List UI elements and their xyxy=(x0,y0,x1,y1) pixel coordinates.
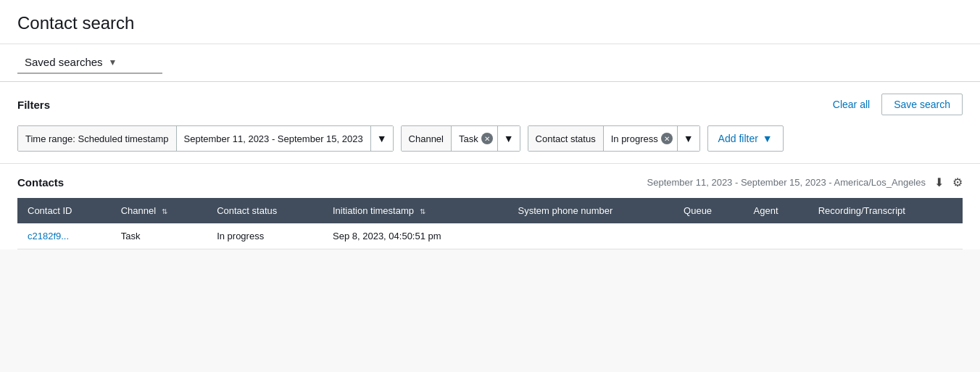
channel-filter[interactable]: Channel Task ✕ ▼ xyxy=(401,125,520,152)
table-header-row: Contact ID Channel ⇅ Contact status Init… xyxy=(17,198,963,223)
save-search-button[interactable]: Save search xyxy=(881,94,963,115)
channel-label: Channel xyxy=(402,126,452,151)
cell-contact-id[interactable]: c2182f9... xyxy=(17,223,111,249)
settings-icon[interactable]: ⚙ xyxy=(952,175,963,189)
cell-initiation-timestamp: Sep 8, 2023, 04:50:51 pm xyxy=(323,223,508,249)
contact-status-tag: In progress ✕ xyxy=(611,133,673,144)
cell-agent xyxy=(744,223,808,249)
add-filter-chevron-icon: ▼ xyxy=(763,133,773,144)
contact-status-label: Contact status xyxy=(528,126,604,151)
contact-status-chevron-icon[interactable]: ▼ xyxy=(677,126,699,151)
contacts-date-range: September 11, 2023 - September 15, 2023 … xyxy=(647,177,926,188)
time-range-chevron-icon[interactable]: ▼ xyxy=(370,126,393,151)
channel-sort-icon: ⇅ xyxy=(162,207,167,215)
col-header-channel[interactable]: Channel ⇅ xyxy=(111,198,207,223)
contacts-table: Contact ID Channel ⇅ Contact status Init… xyxy=(17,198,963,249)
contact-status-tag-remove-icon[interactable]: ✕ xyxy=(661,133,673,144)
contact-id-link[interactable]: c2182f9... xyxy=(28,231,69,241)
contact-status-filter[interactable]: Contact status In progress ✕ ▼ xyxy=(528,125,700,152)
time-range-label: Time range: Scheduled timestamp xyxy=(18,126,177,151)
col-header-contact-id: Contact ID xyxy=(17,198,111,223)
col-header-initiation-timestamp[interactable]: Initiation timestamp ⇅ xyxy=(323,198,508,223)
saved-searches-label: Saved searches xyxy=(25,56,103,68)
channel-tag: Task ✕ xyxy=(459,133,493,144)
channel-value-area: Task ✕ xyxy=(452,126,497,151)
page-title: Contact search xyxy=(17,13,963,33)
add-filter-label: Add filter xyxy=(718,133,758,144)
saved-searches-dropdown[interactable]: Saved searches ▼ xyxy=(17,51,162,74)
add-filter-button[interactable]: Add filter ▼ xyxy=(707,125,784,152)
col-header-recording-transcript: Recording/Transcript xyxy=(808,198,963,223)
cell-recording-transcript xyxy=(808,223,963,249)
time-range-value: September 11, 2023 - September 15, 2023 xyxy=(177,126,370,151)
clear-all-button[interactable]: Clear all xyxy=(833,99,870,110)
channel-chevron-icon[interactable]: ▼ xyxy=(497,126,520,151)
cell-channel: Task xyxy=(111,223,207,249)
contact-status-tag-value: In progress xyxy=(611,133,658,144)
channel-tag-remove-icon[interactable]: ✕ xyxy=(481,133,493,144)
channel-tag-value: Task xyxy=(459,133,478,144)
contacts-section-label: Contacts xyxy=(17,176,64,189)
cell-queue xyxy=(673,223,743,249)
download-icon[interactable]: ⬇ xyxy=(934,175,944,189)
filters-section-label: Filters xyxy=(17,99,50,111)
table-row: c2182f9... Task In progress Sep 8, 2023,… xyxy=(17,223,963,249)
time-range-filter[interactable]: Time range: Scheduled timestamp Septembe… xyxy=(17,125,394,152)
col-header-queue: Queue xyxy=(673,198,743,223)
col-header-agent: Agent xyxy=(744,198,808,223)
cell-contact-status: In progress xyxy=(207,223,323,249)
contact-status-value-area: In progress ✕ xyxy=(604,126,677,151)
initiation-timestamp-sort-icon: ⇅ xyxy=(420,207,425,215)
col-header-contact-status: Contact status xyxy=(207,198,323,223)
cell-system-phone-number xyxy=(508,223,673,249)
col-header-system-phone-number: System phone number xyxy=(508,198,673,223)
saved-searches-chevron-icon: ▼ xyxy=(109,57,117,67)
